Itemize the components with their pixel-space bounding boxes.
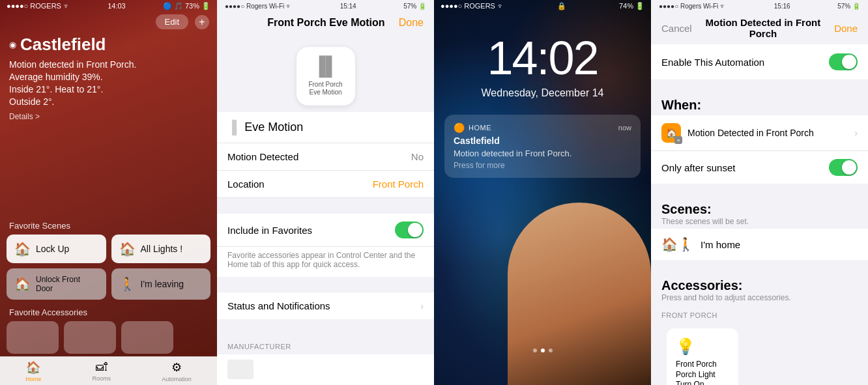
accessory-card-1[interactable] <box>7 321 59 354</box>
motion-detected-row: Motion Detected No <box>217 143 434 171</box>
automation-scroll[interactable]: Enable This Automation When: 🏠 ≡ Motion … <box>651 44 868 385</box>
details-link[interactable]: Details > <box>9 112 40 121</box>
notif-time: now <box>618 124 631 132</box>
nav-bar-4: Cancel Motion Detected in Front Porch Do… <box>651 12 868 44</box>
location-value: Front Porch <box>373 178 424 190</box>
scene-card-lockup[interactable]: 🏠 Lock Up <box>7 235 106 263</box>
location-name: Castlefield <box>20 35 106 55</box>
lock-icon: 🔒 <box>557 2 566 10</box>
when-sub-icon: ≡ <box>674 136 682 144</box>
accessory-card-porch-light[interactable]: 💡 Front PorchPorch LightTurn On <box>667 328 738 385</box>
clock-4: 15:16 <box>774 3 790 10</box>
gap-2 <box>651 184 868 197</box>
scene-card-leaving[interactable]: 🚶 I'm leaving <box>111 268 211 300</box>
home-summary: Motion detected in Front Porch.Average h… <box>0 56 217 112</box>
rooms-tab-icon: 🛋 <box>96 360 108 374</box>
enable-automation-row[interactable]: Enable This Automation <box>651 44 868 79</box>
toggle-note: Favorite accessories appear in Control C… <box>217 247 434 277</box>
device-icon-area: ▐▌ Front PorchEve Motion <box>217 34 434 112</box>
carrier-4: ●●●●○ Rogers Wi-Fi ᯤ <box>659 3 727 10</box>
favorite-scenes-label: Favorite Scenes <box>0 218 217 235</box>
status-bar-4: ●●●●○ Rogers Wi-Fi ᯤ 15:16 57% 🔋 <box>651 0 868 12</box>
notif-body: Motion detected in Front Porch. <box>454 149 631 158</box>
section-gap-2 <box>217 277 434 292</box>
scene-card-alllights[interactable]: 🏠 All Lights ! <box>111 235 211 263</box>
page-dots <box>533 349 553 352</box>
front-porch-section: FRONT PORCH <box>651 305 868 323</box>
scenes-section: Scenes: These scenes will be set. <box>651 197 868 229</box>
done-button-4[interactable]: Done <box>834 23 858 34</box>
scene-item-row[interactable]: 🏠🚶 I'm home <box>651 229 868 260</box>
status-notifications-row[interactable]: Status and Notifications › <box>217 292 434 319</box>
device-list: ▐ Eve Motion Motion Detected No Location… <box>217 112 434 385</box>
scene-home-icon: 🏠🚶 <box>661 236 694 252</box>
accessory-card-2[interactable] <box>64 321 116 354</box>
location-row[interactable]: Location Front Porch <box>217 171 434 198</box>
manufacturer-section: MANUFACTURER <box>217 335 434 354</box>
system-icons: 🔵 🎵 73% 🔋 <box>163 2 210 10</box>
nav-bar-2: Front Porch Eve Motion Done <box>217 12 434 34</box>
panel-device-detail: ●●●●○ Rogers Wi-Fi ᯤ 15:14 57% 🔋 Front P… <box>217 0 434 385</box>
notification-card[interactable]: 🟠 HOME now Castlefield Motion detected i… <box>444 115 641 178</box>
automation-title: Motion Detected in Front Porch <box>697 17 829 39</box>
scene-card-unlock[interactable]: 🏠 Unlock Front Door <box>7 268 106 300</box>
bottom-tab-bar: 🏠 Home 🛋 Rooms ⚙ Automation <box>0 356 217 385</box>
clock: 14:03 <box>108 2 126 10</box>
enable-toggle[interactable] <box>829 53 858 70</box>
acc-card-label: Front PorchPorch LightTurn On <box>676 360 717 385</box>
accessory-card-3[interactable] <box>121 321 173 354</box>
unlock-label: Unlock Front Door <box>36 275 98 293</box>
add-button[interactable]: + <box>195 15 209 29</box>
when-chevron-icon: › <box>854 128 858 138</box>
leaving-icon: 🚶 <box>119 276 136 292</box>
nav-title-2: Front Porch Eve Motion <box>267 17 384 29</box>
rooms-tab-label: Rooms <box>92 375 111 382</box>
icons-4: 57% 🔋 <box>837 3 860 10</box>
edit-button[interactable]: Edit <box>156 14 188 29</box>
sunset-row[interactable]: Only after sunset <box>651 151 868 184</box>
home-tab-icon: 🏠 <box>26 360 40 375</box>
include-fav-toggle[interactable] <box>395 221 424 238</box>
device-glyph-icon: ▐▌ <box>313 56 339 77</box>
device-icon-label: Front PorchEve Motion <box>308 81 342 96</box>
location-label: Location <box>227 178 265 190</box>
enable-label: Enable This Automation <box>661 57 764 68</box>
accessories-section: Accessories: Press and hold to adjust ac… <box>651 273 868 305</box>
status-bar-2: ●●●●○ Rogers Wi-Fi ᯤ 15:14 57% 🔋 <box>217 0 434 12</box>
when-item-row[interactable]: 🏠 ≡ Motion Detected in Front Porch › <box>651 115 868 151</box>
leaving-label: I'm leaving <box>141 279 184 289</box>
light-bulb-icon: 💡 <box>676 337 695 356</box>
when-section: When: <box>651 93 868 115</box>
status-bar-3: ●●●●○ ROGERS ᯤ 🔒 74% 🔋 <box>434 0 651 12</box>
front-porch-label: FRONT PORCH <box>661 311 717 319</box>
done-button-2[interactable]: Done <box>399 17 424 29</box>
gap-3 <box>651 260 868 273</box>
scene-grid: 🏠 Lock Up 🏠 All Lights ! 🏠 Unlock Front … <box>0 235 217 305</box>
lockup-icon: 🏠 <box>14 241 31 257</box>
carrier-3: ●●●●○ ROGERS ᯤ <box>441 2 504 10</box>
status-bar: ●●●●○ ROGERS ᯤ 14:03 🔵 🎵 73% 🔋 <box>0 0 217 12</box>
cancel-button[interactable]: Cancel <box>661 23 692 34</box>
when-left: 🏠 ≡ Motion Detected in Front Porch <box>661 123 814 143</box>
battery-3: 74% 🔋 <box>619 2 644 10</box>
acc-subtitle: Press and hold to adjust accessories. <box>661 293 858 302</box>
device-name-icon: ▐ <box>227 120 237 135</box>
sunset-toggle[interactable] <box>829 159 858 176</box>
automation-tab-label: Automation <box>162 376 192 382</box>
notif-title: Castlefield <box>454 135 631 146</box>
tab-home[interactable]: 🏠 Home <box>20 358 46 385</box>
when-icon-box: 🏠 ≡ <box>661 123 681 143</box>
manufacturer-icon-row <box>217 354 434 384</box>
tab-automation[interactable]: ⚙ Automation <box>156 358 197 385</box>
section-gap-1 <box>217 198 434 214</box>
scene-item-label: I'm home <box>701 239 740 250</box>
carrier: ●●●●○ ROGERS ᯤ <box>7 2 70 10</box>
location-arrow-icon: ◉ <box>9 40 16 50</box>
notif-app: 🟠 HOME <box>454 122 491 133</box>
gap-1 <box>651 79 868 93</box>
include-favorites-row[interactable]: Include in Favorites <box>217 214 434 247</box>
dot-2 <box>541 349 545 352</box>
tab-rooms[interactable]: 🛋 Rooms <box>87 358 116 384</box>
acc-title: Accessories: <box>661 278 858 293</box>
panel-lock-screen: ●●●●○ ROGERS ᯤ 🔒 74% 🔋 14:02 Wednesday, … <box>434 0 651 385</box>
